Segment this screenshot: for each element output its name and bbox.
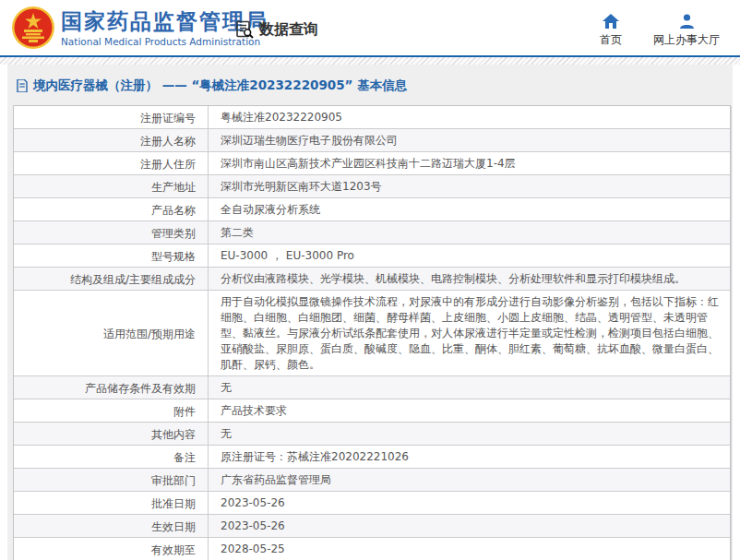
row-value: 第二类 xyxy=(209,221,730,244)
row-label-text: 适用范围/预期用途 xyxy=(103,327,196,341)
data-query-label: 数据查询 xyxy=(259,20,318,40)
row-value-text: 深圳迈瑞生物医疗电子股份有限公司 xyxy=(221,133,398,149)
row-label-text: 备注 xyxy=(173,450,196,465)
table-row: 注册人名称深圳迈瑞生物医疗电子股份有限公司 xyxy=(14,129,730,152)
table-row: 生产地址深圳市光明新区南环大道1203号 xyxy=(14,175,730,198)
row-label: 适用范围/预期用途 xyxy=(14,291,209,375)
row-value-text: 原注册证号：苏械注准20202221026 xyxy=(221,449,409,465)
row-label: 附件 xyxy=(14,399,209,422)
row-value-text: 深圳市光明新区南环大道1203号 xyxy=(221,179,382,195)
table-row: 附件产品技术要求 xyxy=(14,399,730,423)
row-label: 注册证编号 xyxy=(14,106,209,128)
row-value: 用于自动化模拟显微镜操作技术流程，对尿液中的有形成分进行自动影像分析鉴别，包括以… xyxy=(209,291,730,375)
row-value-text: 无 xyxy=(221,380,232,396)
row-label-text: 注册人住所 xyxy=(140,157,196,172)
row-label: 生产地址 xyxy=(14,175,209,197)
nav-online-service-hall-label: 网上办事大厅 xyxy=(653,32,720,48)
document-icon xyxy=(17,79,28,92)
row-label-text: 有效期至 xyxy=(151,542,196,557)
table-row: 型号规格EU-3000 ， EU-3000 Pro xyxy=(14,244,730,268)
row-label: 批准日期 xyxy=(14,492,209,514)
row-value: EU-3000 ， EU-3000 Pro xyxy=(209,244,730,267)
table-row: 其他内容无 xyxy=(14,423,730,446)
table-row: 注册证编号粤械注准20232220905 xyxy=(14,106,730,129)
row-label-text: 其他内容 xyxy=(151,427,196,442)
row-value: 全自动尿液分析系统 xyxy=(209,198,730,220)
row-value-text: 分析仪由液路模块、光学模块、机械模块、电路控制模块、分析处理软件和显示打印模块组… xyxy=(221,271,686,287)
page-title-text: 境内医疗器械（注册） —— “粤械注准20232220905” 基本信息 xyxy=(33,77,407,94)
row-label: 型号规格 xyxy=(14,244,209,267)
row-label-text: 生产地址 xyxy=(151,180,196,195)
row-label-text: 注册证编号 xyxy=(140,111,196,125)
table-row: 生效日期2023-05-26 xyxy=(14,515,730,538)
row-value: 2023-05-26 xyxy=(209,515,730,537)
table-row: 适用范围/预期用途用于自动化模拟显微镜操作技术流程，对尿液中的有形成分进行自动影… xyxy=(14,291,730,376)
row-label-text: 批准日期 xyxy=(151,496,196,511)
row-value: 粤械注准20232220905 xyxy=(209,106,730,128)
header-nav: 首页 网上办事大厅 xyxy=(600,14,720,48)
row-value-text: 广东省药品监督管理局 xyxy=(221,472,331,488)
content-area: 境内医疗器械（注册） —— “粤械注准20232220905” 基本信息 注册证… xyxy=(7,65,733,560)
row-value-text: 产品技术要求 xyxy=(221,403,287,419)
table-row: 管理类别第二类 xyxy=(14,221,730,244)
row-value-text: 全自动尿液分析系统 xyxy=(221,202,320,218)
registration-info-table: 注册证编号粤械注准20232220905注册人名称深圳迈瑞生物医疗电子股份有限公… xyxy=(13,105,731,560)
row-value: 产品技术要求 xyxy=(209,399,730,422)
row-label-text: 结构及组成/主要组成成分 xyxy=(70,272,196,287)
row-value: 深圳市光明新区南环大道1203号 xyxy=(209,175,730,197)
row-label: 产品名称 xyxy=(14,198,209,220)
row-label: 注册人住所 xyxy=(14,152,209,174)
table-row: 产品名称全自动尿液分析系统 xyxy=(14,198,730,221)
table-row: 产品储存条件及有效期无 xyxy=(14,376,730,399)
row-label: 生效日期 xyxy=(14,515,209,537)
row-label: 有效期至 xyxy=(14,538,209,560)
row-label: 审批部门 xyxy=(14,469,209,491)
row-value-text: 用于自动化模拟显微镜操作技术流程，对尿液中的有形成分进行自动影像分析鉴别，包括以… xyxy=(221,294,721,373)
table-row: 批准日期2023-05-26 xyxy=(14,492,730,515)
table-row: 结构及组成/主要组成成分分析仪由液路模块、光学模块、机械模块、电路控制模块、分析… xyxy=(14,268,730,291)
row-value-text: EU-3000 ， EU-3000 Pro xyxy=(221,248,354,264)
row-label-text: 附件 xyxy=(173,404,196,419)
row-label-text: 型号规格 xyxy=(151,249,196,264)
row-value-text: 粤械注准20232220905 xyxy=(221,110,342,125)
national-emblem-logo xyxy=(11,6,55,50)
page-title: 境内医疗器械（注册） —— “粤械注准20232220905” 基本信息 xyxy=(7,65,733,105)
row-label-text: 审批部门 xyxy=(151,473,196,488)
nav-online-service-hall[interactable]: 网上办事大厅 xyxy=(653,14,720,48)
row-label-text: 管理类别 xyxy=(151,226,196,241)
row-label: 结构及组成/主要组成成分 xyxy=(14,268,209,290)
row-value-text: 2023-05-26 xyxy=(221,495,285,511)
row-value: 2023-05-26 xyxy=(209,492,730,514)
row-label-text: 生效日期 xyxy=(151,519,196,534)
site-header: 国家药品监督管理局 National Medical Products Admi… xyxy=(0,0,740,55)
row-value: 深圳市南山区高新技术产业园区科技南十二路迈瑞大厦1-4层 xyxy=(209,152,730,174)
row-value: 分析仪由液路模块、光学模块、机械模块、电路控制模块、分析处理软件和显示打印模块组… xyxy=(209,268,730,290)
person-icon xyxy=(679,14,695,29)
table-row: 有效期至2028-05-25 xyxy=(14,538,730,560)
row-label: 其他内容 xyxy=(14,423,209,445)
row-label-text: 产品储存条件及有效期 xyxy=(85,381,196,396)
row-label: 管理类别 xyxy=(14,221,209,244)
row-value: 原注册证号：苏械注准20202221026 xyxy=(209,446,730,468)
nav-home-label: 首页 xyxy=(600,32,622,48)
row-value: 2028-05-25 xyxy=(209,538,730,560)
row-value-text: 2023-05-26 xyxy=(221,518,285,534)
row-value: 无 xyxy=(209,423,730,445)
row-value-text: 深圳市南山区高新技术产业园区科技南十二路迈瑞大厦1-4层 xyxy=(221,156,516,172)
row-value-text: 第二类 xyxy=(221,225,254,241)
data-query-section[interactable]: 数据查询 xyxy=(235,20,318,40)
nav-home[interactable]: 首页 xyxy=(600,14,622,48)
home-icon xyxy=(603,14,619,29)
hatched-divider xyxy=(0,57,740,65)
row-label: 注册人名称 xyxy=(14,129,209,151)
document-search-icon xyxy=(235,20,255,40)
row-value: 无 xyxy=(209,376,730,399)
row-label: 备注 xyxy=(14,446,209,468)
row-label-text: 注册人名称 xyxy=(140,134,196,149)
table-row: 注册人住所深圳市南山区高新技术产业园区科技南十二路迈瑞大厦1-4层 xyxy=(14,152,730,175)
row-label: 产品储存条件及有效期 xyxy=(14,376,209,399)
row-value-text: 2028-05-25 xyxy=(221,542,285,557)
table-row: 备注原注册证号：苏械注准20202221026 xyxy=(14,446,730,469)
row-label-text: 产品名称 xyxy=(151,203,196,218)
table-row: 审批部门广东省药品监督管理局 xyxy=(14,469,730,492)
